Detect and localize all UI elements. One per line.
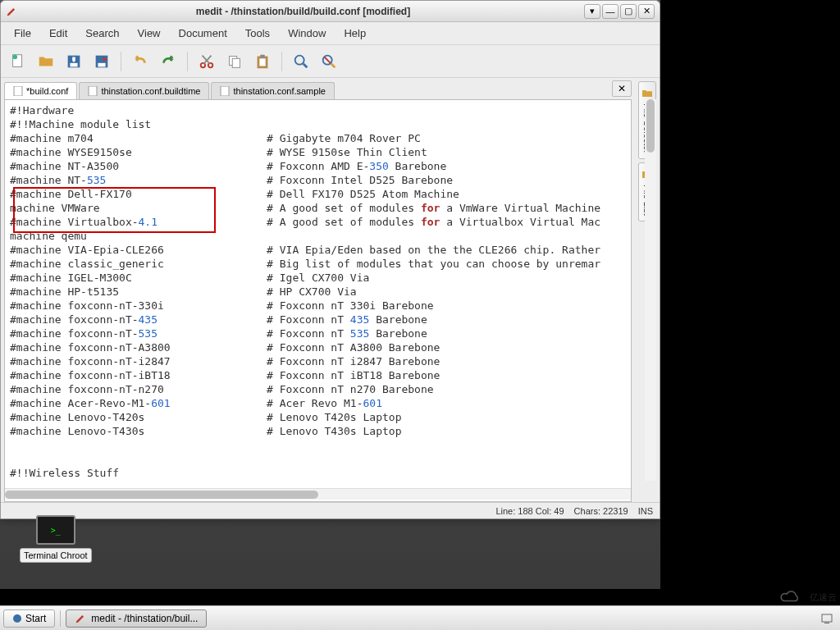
redo-button[interactable] [156,49,180,74]
svg-rect-3 [70,62,77,66]
svg-rect-19 [822,614,832,622]
menu-file[interactable]: File [6,24,39,43]
svg-point-18 [13,614,21,623]
tray-icon[interactable] [820,612,833,625]
tabbar: *build.conf thinstation.conf.buildtime t… [1,78,635,99]
desktop-icon-label: Terminal Chroot [20,548,92,563]
copy-button[interactable] [222,49,247,74]
svg-rect-11 [259,58,265,66]
svg-rect-17 [221,86,229,96]
save-as-button[interactable] [89,49,114,74]
file-icon [88,86,98,96]
status-position: Line: 188 Col: 49 [495,506,564,516]
tab-close-button[interactable]: ✕ [612,80,632,97]
folder-icon [641,87,654,100]
titlebar[interactable]: medit - /thinstation/build/build.conf [m… [1,1,660,22]
svg-rect-5 [98,62,105,66]
watermark: 亿速云 [777,589,837,605]
menu-tools[interactable]: Tools [237,24,278,43]
menu-window[interactable]: Window [280,24,334,43]
toolbar [1,45,660,78]
status-mode: INS [638,506,653,516]
editor-window: medit - /thinstation/build/build.conf [m… [0,0,660,519]
paste-button[interactable] [250,49,275,74]
open-file-button[interactable] [34,49,58,74]
svg-rect-12 [260,54,265,57]
tab-build-conf[interactable]: *build.conf [4,82,77,99]
svg-rect-9 [232,58,240,67]
new-file-button[interactable] [6,49,30,74]
menubar: File Edit Search View Document Tools Win… [1,22,660,45]
svg-point-13 [295,55,304,64]
menu-edit[interactable]: Edit [41,24,75,43]
vertical-scrollbar[interactable] [645,99,656,481]
start-button[interactable]: Start [3,609,55,628]
save-button[interactable] [62,49,86,74]
status-chars: Chars: 22319 [574,506,628,516]
desktop-icon-terminal[interactable]: >_ Terminal Chroot [20,515,92,563]
undo-button[interactable] [128,49,153,74]
maximize-button[interactable]: ▢ [620,4,637,19]
menu-document[interactable]: Document [171,24,235,43]
taskbar: Start medit - /thinstation/buil... [0,605,840,630]
svg-rect-20 [824,623,829,623]
tab-buildtime[interactable]: thinstation.conf.buildtime [79,82,209,99]
file-icon [13,86,23,96]
system-tray[interactable] [820,612,837,625]
start-icon [12,614,22,623]
app-icon [75,613,86,624]
menu-search[interactable]: Search [77,24,127,43]
svg-rect-15 [14,86,22,96]
shade-button[interactable]: ▾ [584,4,600,19]
close-button[interactable]: ✕ [638,4,655,19]
svg-point-1 [13,54,17,59]
menu-view[interactable]: View [130,24,169,43]
app-icon [6,6,17,17]
tab-sample[interactable]: thinstation.conf.sample [211,82,335,99]
horizontal-scrollbar[interactable] [5,488,631,500]
menu-help[interactable]: Help [336,24,374,43]
window-title: medit - /thinstation/build/build.conf [m… [22,6,584,17]
file-icon [220,86,230,96]
terminal-icon: >_ [36,515,75,545]
cut-button[interactable] [194,49,219,74]
svg-rect-16 [89,86,97,96]
find-replace-button[interactable] [317,49,341,74]
code-editor[interactable]: #!Hardware #!!Machine module list #machi… [4,99,632,502]
taskbar-app-medit[interactable]: medit - /thinstation/buil... [66,609,207,628]
statusbar: Line: 188 Col: 49 Chars: 22319 INS [1,502,660,518]
find-button[interactable] [289,49,313,74]
minimize-button[interactable]: — [602,4,619,19]
